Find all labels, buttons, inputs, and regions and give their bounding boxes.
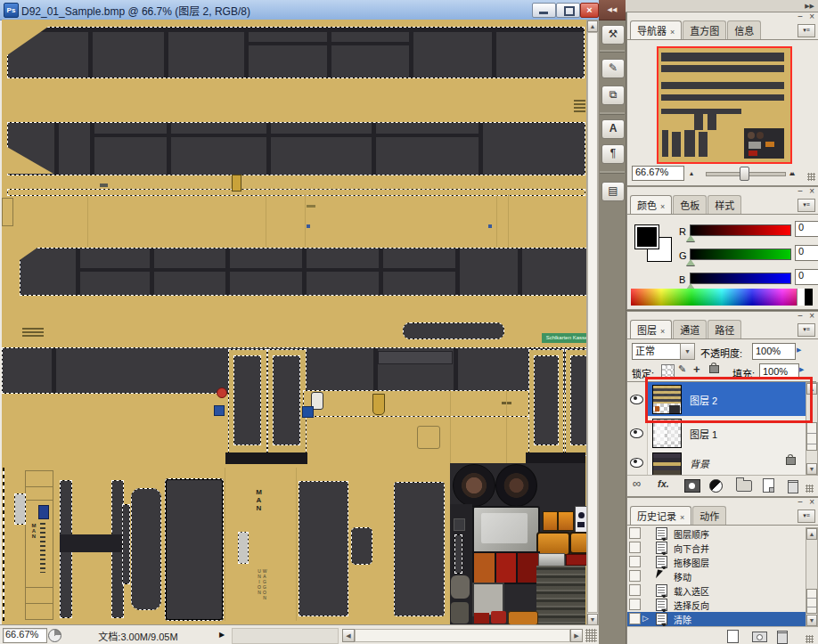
panel-menu-icon[interactable]: ▾≡ [798, 24, 815, 37]
layers-scrollbar[interactable]: ▲ ▼ [806, 382, 818, 476]
fill-field[interactable]: 100% [759, 363, 799, 379]
panel-menu-icon[interactable]: ▾≡ [798, 323, 815, 337]
zoom-slider-thumb[interactable] [740, 167, 749, 181]
adjustment-layer-icon[interactable] [709, 479, 723, 493]
status-menu-arrow[interactable]: ▶ [217, 629, 227, 640]
layer-row-background[interactable]: 背景 [627, 450, 806, 475]
hscroll-right-arrow[interactable]: ▶ [570, 629, 583, 642]
opacity-field[interactable]: 100% [752, 343, 796, 360]
panel-minimize-icon[interactable]: − [798, 311, 803, 321]
tool-presets-icon[interactable]: ⚒ [601, 25, 625, 45]
history-checkbox[interactable] [629, 542, 641, 553]
layer-row-2[interactable]: 图层 2 [627, 382, 806, 417]
tab-channels[interactable]: 通道 [673, 320, 707, 338]
tab-color[interactable]: 颜色× [630, 195, 672, 214]
color-spectrum-ramp[interactable] [631, 289, 813, 306]
panel-close-icon[interactable]: × [809, 12, 814, 21]
lock-transparency-icon[interactable] [661, 364, 675, 378]
history-checkbox[interactable] [629, 556, 641, 567]
hscroll-left-arrow[interactable]: ◀ [342, 629, 355, 642]
history-step[interactable]: 移动 [627, 569, 806, 582]
canvas-vscrollbar[interactable]: ▲ ▼ [586, 20, 599, 626]
tab-close-icon[interactable]: × [660, 327, 665, 336]
hscroll-thumb[interactable] [355, 629, 570, 642]
lock-pixels-icon[interactable]: ✎ [678, 363, 686, 375]
panel-close-icon[interactable]: × [809, 311, 814, 321]
tab-info[interactable]: 信息 [727, 20, 761, 39]
zoom-in-icon[interactable]: ▴▴ [789, 169, 793, 177]
panel-close-icon[interactable]: × [809, 186, 814, 196]
history-checkbox[interactable] [629, 613, 641, 624]
layer-thumbnail[interactable] [652, 419, 682, 448]
lock-all-icon[interactable] [709, 365, 719, 373]
new-group-icon[interactable] [736, 480, 752, 492]
restore-button[interactable] [556, 3, 580, 18]
dock-header[interactable]: ◀◀ [599, 0, 626, 20]
history-step[interactable]: 选择反向 [627, 598, 806, 610]
history-checkbox[interactable] [629, 584, 641, 596]
visibility-cell[interactable] [627, 450, 648, 475]
lock-position-icon[interactable]: + [693, 363, 700, 376]
channel-g-slider[interactable] [690, 249, 791, 260]
foreground-color-swatch[interactable] [634, 224, 659, 249]
new-snapshot-icon[interactable] [752, 632, 767, 642]
spectrum-black-swatch[interactable] [805, 289, 813, 306]
collapse-left-icon[interactable]: ◀◀ [608, 6, 618, 12]
layer-style-icon[interactable]: fx. [658, 478, 669, 489]
document-titlebar[interactable]: Ps D92_01_Sample.bmp @ 66.7% (图层 2, RGB/… [0, 0, 599, 20]
panel-resize-grip[interactable] [806, 635, 814, 643]
panel-minimize-icon[interactable]: − [798, 12, 803, 21]
clone-source-icon[interactable]: ⧉ [601, 86, 625, 105]
tab-close-icon[interactable]: × [680, 513, 684, 522]
layer-thumbnail[interactable] [652, 452, 682, 475]
zoom-out-icon[interactable]: ▴ [690, 169, 693, 177]
channel-b-slider[interactable] [690, 273, 791, 284]
panel-menu-icon[interactable]: ▾≡ [798, 199, 815, 212]
eye-icon[interactable] [630, 395, 643, 404]
visibility-cell[interactable] [627, 382, 648, 416]
channel-b-value[interactable]: 0 [795, 269, 818, 285]
history-checkbox[interactable] [629, 570, 641, 582]
scroll-thumb[interactable] [806, 422, 817, 451]
scroll-up-arrow[interactable]: ▲ [806, 383, 817, 395]
channel-r-slider[interactable] [690, 224, 791, 236]
history-step[interactable]: 拖移图层 [627, 555, 806, 567]
zoom-field[interactable]: 66.67% [3, 628, 47, 643]
history-step[interactable]: 向下合并 [627, 541, 806, 553]
close-button[interactable]: × [580, 3, 599, 18]
scroll-up-arrow[interactable]: ▲ [587, 20, 598, 32]
history-checkbox[interactable] [629, 527, 641, 539]
tab-close-icon[interactable]: × [670, 28, 675, 37]
blend-mode-arrow-icon[interactable]: ▼ [680, 343, 695, 360]
tab-history[interactable]: 历史记录× [630, 506, 691, 525]
layer-comps-icon[interactable]: ▤ [601, 182, 625, 201]
new-document-from-state-icon[interactable] [727, 630, 739, 643]
tab-styles[interactable]: 样式 [708, 195, 741, 214]
panel-close-icon[interactable]: × [809, 497, 814, 507]
eye-icon[interactable] [630, 428, 643, 438]
layer-thumbnail[interactable] [652, 385, 682, 414]
blend-mode-select[interactable]: 正常 [632, 343, 683, 360]
vscroll-thumb[interactable] [587, 32, 598, 613]
tab-navigator[interactable]: 导航器× [630, 20, 682, 39]
tab-histogram[interactable]: 直方图 [683, 20, 726, 39]
history-step-selected[interactable]: ▷ 清除 [627, 612, 806, 626]
channel-r-slider-thumb[interactable] [686, 235, 695, 241]
character-panel-icon[interactable]: A [601, 119, 625, 139]
version-cue-icon[interactable] [48, 629, 61, 642]
paragraph-panel-icon[interactable]: ¶ [601, 144, 625, 164]
minimize-button[interactable] [532, 3, 556, 18]
tab-paths[interactable]: 路径 [708, 320, 741, 338]
new-layer-icon[interactable] [763, 478, 774, 493]
scroll-down-arrow[interactable]: ▼ [806, 463, 817, 475]
panel-resize-grip[interactable] [806, 485, 814, 493]
canvas[interactable]: Schlkarten Kasse [2, 20, 586, 624]
tab-swatches[interactable]: 色板 [673, 195, 707, 214]
delete-layer-icon[interactable] [788, 480, 798, 493]
panel-minimize-icon[interactable]: − [798, 497, 803, 507]
fill-spinner-icon[interactable]: ▶ [799, 366, 804, 373]
navigator-preview[interactable] [657, 46, 792, 164]
channel-r-value[interactable]: 0 [795, 221, 818, 237]
link-layers-icon[interactable]: ∞ [633, 477, 641, 490]
panel-menu-icon[interactable]: ▾≡ [798, 509, 815, 523]
